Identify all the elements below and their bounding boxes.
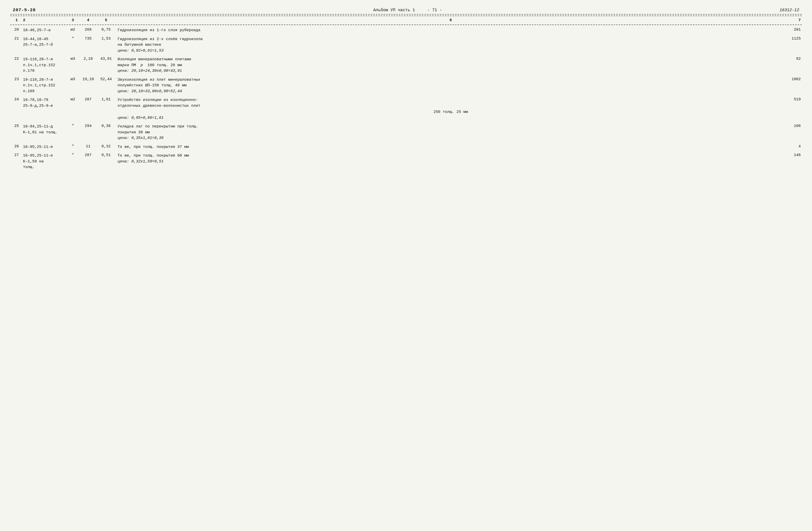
col-header-5: 5: [97, 18, 115, 23]
row-price1: 294: [79, 124, 97, 128]
row-unit: м3: [67, 77, 79, 82]
table-row: 25 16–94,25–11–дК–1,01 на толщ. " 294 0,…: [10, 122, 802, 143]
col-header-3: 3: [67, 18, 79, 23]
row-num: 23: [10, 77, 23, 82]
row-price2: 43,91: [97, 57, 115, 61]
row-num: 25: [10, 124, 23, 128]
page-header: 207-5-28 Альбом УП часть 1 - 71 - 16312-…: [10, 8, 802, 13]
row-code: 16–44,16–4525–7–а,25–7–б: [23, 36, 67, 48]
row-unit: м2: [67, 97, 79, 102]
row-price2: 1,53: [97, 36, 115, 41]
row-price1: 11: [79, 144, 97, 149]
col-header-2: 2: [23, 18, 67, 23]
row-unit: ": [67, 36, 79, 41]
row-code: 19–116,28–7–яп.1ч.1,стр.152п.170: [23, 57, 67, 74]
row-price2: 52,44: [97, 77, 115, 82]
price-formula: цена: 0,92+0,61=1,53: [118, 48, 163, 53]
row-code: 16–94,25–11–дК–1,01 на толщ.: [23, 124, 67, 135]
row-price2: 1,81: [97, 97, 115, 102]
row-total: 4: [784, 144, 802, 149]
row-desc: Изоляция минераловатными плитами марки П…: [115, 57, 784, 74]
table-row: 24 16–78,16–7925–9–д,25–9–е м2 287 1,81 …: [10, 96, 802, 122]
desc-indent: 250 толщ. 25 мм: [118, 109, 784, 115]
price-formula: цена: 0,35х1,01=0,36: [118, 136, 163, 140]
row-total: 1125: [784, 36, 802, 41]
row-unit: м3: [67, 57, 79, 61]
row-code: 16–95,25–11–еК–1,59 натолщ.: [23, 153, 67, 171]
row-num: 27: [10, 153, 23, 157]
album-info: Альбом УП часть 1 - 71 -: [373, 8, 442, 13]
row-unit: ": [67, 144, 79, 149]
row-num: 21: [10, 36, 23, 41]
row-desc: Гидроизоляция из 2-х слоёв гидроизола на…: [115, 36, 784, 54]
price-formula: цена: 20,10+33,00х0,98=52,44: [118, 89, 182, 93]
row-desc: То же, при толщ. покрытия 37 мм: [115, 144, 784, 150]
table-row: 27 16–95,25–11–еК–1,59 натолщ. " 287 0,5…: [10, 151, 802, 172]
col-header-6: 6: [115, 18, 784, 23]
row-price1: 287: [79, 153, 97, 157]
price-formula: цена: 0,32х1,59=0,51: [118, 159, 163, 164]
row-code: 16–46,25–7–а: [23, 28, 67, 33]
doc-number: 207-5-28: [13, 8, 36, 13]
col-header-4: 4: [79, 18, 97, 23]
table-row: 23 19–116,28–7–яп.1ч.1,стр.152п.169 м3 1…: [10, 76, 802, 96]
row-total: 92: [784, 57, 802, 61]
row-desc: Гидроизоляция из 1-го слоя рубероида: [115, 28, 784, 33]
table-row: 21 16–44,16–4525–7–а,25–7–б " 735 1,53 Г…: [10, 35, 802, 56]
row-num: 20: [10, 28, 23, 32]
row-price1: 19,10: [79, 77, 97, 82]
row-total: 201: [784, 28, 802, 32]
row-num: 26: [10, 144, 23, 149]
row-desc: То же, при толщ. покрытия 60 мм цена: 0,…: [115, 153, 784, 164]
col-header-divider: [10, 25, 802, 25]
price-formula: цена: 20,10+24,30х0,98=43,91: [118, 69, 182, 73]
row-unit: м2: [67, 28, 79, 32]
col-header-7: 7: [784, 18, 802, 23]
row-price2: 0,51: [97, 153, 115, 157]
main-table: 20 16–46,25–7–а м2 268 0,75 Гидроизоляци…: [10, 26, 802, 172]
col-header-1: 1: [10, 18, 23, 23]
row-desc: Устройство изоляции из изоляционно- отде…: [115, 97, 784, 121]
row-price2: 0,75: [97, 28, 115, 32]
row-code: 19–116,28–7–яп.1ч.1,стр.152п.169: [23, 77, 67, 94]
row-num: 22: [10, 57, 23, 61]
price-formula: цена: 0,95+0,86=1,81: [118, 116, 163, 120]
row-total: 519: [784, 97, 802, 102]
row-code: 16–78,16–7925–9–д,25–9–е: [23, 97, 67, 109]
column-headers: 1 2 3 4 5 6 7: [10, 17, 802, 24]
row-desc: Укладка лаг по перекрытию при толщ. покр…: [115, 124, 784, 141]
row-code: 16–95,25–11–е: [23, 144, 67, 150]
row-price1: 2,10: [79, 57, 97, 61]
row-total: 106: [784, 124, 802, 128]
row-price1: 287: [79, 97, 97, 102]
row-unit: ": [67, 124, 79, 128]
row-price2: 0,36: [97, 124, 115, 128]
row-total: 1002: [784, 77, 802, 82]
header-divider-top: [10, 14, 802, 15]
row-price1: 735: [79, 36, 97, 41]
album-label: Альбом УП часть 1: [373, 8, 415, 13]
row-total: 146: [784, 153, 802, 157]
row-price1: 268: [79, 28, 97, 32]
table-row: 20 16–46,25–7–а м2 268 0,75 Гидроизоляци…: [10, 26, 802, 35]
page-number: - 71 -: [427, 8, 442, 13]
row-unit: ": [67, 153, 79, 157]
row-price2: 0,32: [97, 144, 115, 149]
doc-id: 16312-12: [780, 8, 799, 13]
table-row: 22 19–116,28–7–яп.1ч.1,стр.152п.170 м3 2…: [10, 55, 802, 76]
row-num: 24: [10, 97, 23, 102]
table-row: 26 16–95,25–11–е " 11 0,32 То же, при то…: [10, 143, 802, 152]
row-desc: Звукоизоляция из плит минераловатных пол…: [115, 77, 784, 94]
header-divider-bottom: [10, 16, 802, 16]
